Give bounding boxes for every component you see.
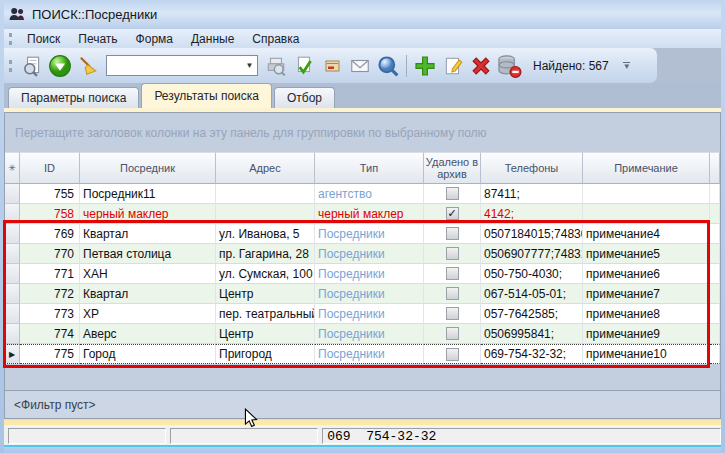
checkbox[interactable] bbox=[446, 327, 459, 340]
cell-note[interactable]: примечание9 bbox=[583, 324, 710, 344]
menu-item-4[interactable]: Справка bbox=[243, 30, 308, 48]
card-icon[interactable] bbox=[319, 53, 345, 79]
cell-type[interactable]: Посредники bbox=[315, 244, 424, 264]
column-header-2[interactable]: Адрес bbox=[216, 152, 315, 184]
checkbox[interactable] bbox=[446, 227, 459, 240]
checkbox[interactable] bbox=[446, 267, 459, 280]
cell-deleted[interactable] bbox=[424, 324, 481, 344]
cell-note[interactable] bbox=[583, 204, 710, 224]
chevron-down-icon[interactable]: ▼ bbox=[242, 56, 257, 75]
cell-deleted[interactable] bbox=[424, 344, 481, 364]
cell-name[interactable]: Город bbox=[80, 344, 216, 364]
filter-bar[interactable]: <Фильтр пуст> bbox=[5, 390, 720, 418]
delete-icon[interactable] bbox=[468, 53, 494, 79]
combobox-input[interactable] bbox=[107, 57, 242, 74]
zoom-icon[interactable] bbox=[375, 53, 401, 79]
cell-phones[interactable]: 069-754-32-32; bbox=[481, 344, 583, 364]
table-row[interactable]: 771ХАНул. Сумская, 100Посредники050-750-… bbox=[5, 264, 720, 284]
table-row[interactable]: 773ХРпер. театральныйПосредники057-76425… bbox=[5, 304, 720, 324]
apply-document-icon[interactable] bbox=[291, 53, 317, 79]
column-header-5[interactable]: Телефоны bbox=[481, 152, 583, 184]
add-icon[interactable] bbox=[412, 53, 438, 79]
cell-phones[interactable]: 87411; bbox=[481, 184, 583, 204]
title-bar[interactable]: ПОИСК::Посредники bbox=[0, 0, 725, 29]
column-header-0[interactable]: ID bbox=[20, 152, 80, 184]
cell-id[interactable]: 771 bbox=[20, 264, 80, 284]
table-row[interactable]: 772КварталЦентрПосредники067-514-05-01;п… bbox=[5, 284, 720, 304]
cell-phones[interactable]: 0507184015;7483030; bbox=[481, 224, 583, 244]
cell-name[interactable]: ХАН bbox=[80, 264, 216, 284]
cell-name[interactable]: Посредник11 bbox=[80, 184, 216, 204]
table-row[interactable]: 758черный маклерчерный маклер✓4142; bbox=[5, 204, 720, 224]
cell-phones[interactable]: 0506995841; bbox=[481, 324, 583, 344]
tab-0[interactable]: Параметры поиска bbox=[8, 87, 139, 108]
cell-address[interactable] bbox=[216, 204, 315, 224]
cell-id[interactable]: 755 bbox=[20, 184, 80, 204]
cell-note[interactable]: примечание7 bbox=[583, 284, 710, 304]
database-remove-icon[interactable] bbox=[496, 53, 522, 79]
checkbox[interactable] bbox=[446, 307, 459, 320]
column-header-3[interactable]: Тип bbox=[315, 152, 424, 184]
cell-deleted[interactable] bbox=[424, 224, 481, 244]
cell-name[interactable]: Квартал bbox=[80, 224, 216, 244]
cell-deleted[interactable]: ✓ bbox=[424, 204, 481, 224]
cell-address[interactable]: Центр bbox=[216, 324, 315, 344]
cell-address[interactable] bbox=[216, 184, 315, 204]
cell-id[interactable]: 769 bbox=[20, 224, 80, 244]
cell-deleted[interactable] bbox=[424, 304, 481, 324]
filter-combobox[interactable]: ▼ bbox=[106, 55, 258, 76]
group-by-panel[interactable]: Перетащите заголовок колонки на эту пане… bbox=[5, 113, 720, 152]
table-row[interactable]: 769Кварталул. Иванова, 5Посредники050718… bbox=[5, 224, 720, 244]
menu-item-1[interactable]: Печать bbox=[69, 30, 126, 48]
cell-phones[interactable]: 057-7642585; bbox=[481, 304, 583, 324]
cell-id[interactable]: 775 bbox=[20, 344, 80, 364]
menu-grip-handle[interactable] bbox=[9, 33, 12, 45]
cell-address[interactable]: ул. Иванова, 5 bbox=[216, 224, 315, 244]
checkbox[interactable]: ✓ bbox=[446, 207, 459, 220]
cell-id[interactable]: 774 bbox=[20, 324, 80, 344]
cell-type[interactable]: агентство bbox=[315, 184, 424, 204]
checkbox[interactable] bbox=[446, 187, 459, 200]
column-header-6[interactable]: Примечание bbox=[583, 152, 710, 184]
cell-address[interactable]: пер. театральный bbox=[216, 304, 315, 324]
cell-name[interactable]: черный маклер bbox=[80, 204, 216, 224]
cell-deleted[interactable] bbox=[424, 244, 481, 264]
go-down-icon[interactable] bbox=[47, 53, 73, 79]
cell-note[interactable]: примечание4 bbox=[583, 224, 710, 244]
cell-address[interactable]: Пригород bbox=[216, 344, 315, 364]
cell-deleted[interactable] bbox=[424, 184, 481, 204]
column-header-1[interactable]: Посредник bbox=[80, 152, 216, 184]
menu-item-3[interactable]: Данные bbox=[182, 30, 243, 48]
cell-name[interactable]: ХР bbox=[80, 304, 216, 324]
cell-address[interactable]: пр. Гагарина, 28 bbox=[216, 244, 315, 264]
cell-note[interactable] bbox=[583, 184, 710, 204]
cell-deleted[interactable] bbox=[424, 264, 481, 284]
clear-broom-icon[interactable] bbox=[75, 53, 101, 79]
cell-phones[interactable]: 050-750-4030; bbox=[481, 264, 583, 284]
cell-name[interactable]: Аверс bbox=[80, 324, 216, 344]
cell-type[interactable]: Посредники bbox=[315, 324, 424, 344]
cell-phones[interactable]: 067-514-05-01; bbox=[481, 284, 583, 304]
table-row[interactable]: ▶775ГородПригородПосредники069-754-32-32… bbox=[5, 344, 720, 364]
table-row[interactable]: 755Посредник11агентство87411; bbox=[5, 184, 720, 204]
cell-id[interactable]: 758 bbox=[20, 204, 80, 224]
cell-type[interactable]: Посредники bbox=[315, 224, 424, 244]
cell-note[interactable]: примечание5 bbox=[583, 244, 710, 264]
cell-id[interactable]: 772 bbox=[20, 284, 80, 304]
tab-1[interactable]: Результаты поиска bbox=[141, 83, 272, 108]
cell-type[interactable]: черный маклер bbox=[315, 204, 424, 224]
toolbar-grip-handle[interactable] bbox=[9, 60, 12, 72]
cell-type[interactable]: Посредники bbox=[315, 344, 424, 364]
column-header-4[interactable]: Удалено в архив bbox=[424, 152, 481, 184]
edit-icon[interactable] bbox=[440, 53, 466, 79]
cell-address[interactable]: Центр bbox=[216, 284, 315, 304]
cell-type[interactable]: Посредники bbox=[315, 304, 424, 324]
menu-item-0[interactable]: Поиск bbox=[18, 30, 69, 48]
checkbox[interactable] bbox=[446, 287, 459, 300]
cell-id[interactable]: 770 bbox=[20, 244, 80, 264]
preview-search-icon[interactable] bbox=[19, 53, 45, 79]
print-preview-icon[interactable] bbox=[263, 53, 289, 79]
mail-icon[interactable] bbox=[347, 53, 373, 79]
cell-note[interactable]: примечание8 bbox=[583, 304, 710, 324]
tab-2[interactable]: Отбор bbox=[274, 87, 335, 108]
